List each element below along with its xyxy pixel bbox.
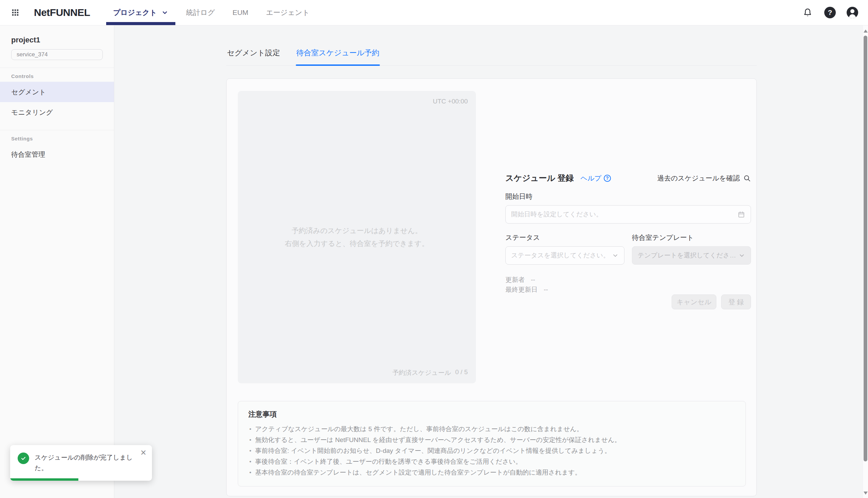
service-selector[interactable]: service_374 xyxy=(11,49,103,60)
sidebar-item-monitoring[interactable]: モニタリング xyxy=(0,102,114,122)
tab-label: セグメント設定 xyxy=(227,49,280,57)
help-button[interactable]: ? xyxy=(824,6,836,19)
bell-icon xyxy=(803,8,813,18)
submit-button[interactable]: 登 録 xyxy=(721,294,751,310)
sidebar-item-waiting-room-mgmt[interactable]: 待合室管理 xyxy=(0,144,114,165)
template-placeholder: テンプレートを選択してください。 xyxy=(638,251,738,260)
avatar-icon xyxy=(847,7,858,18)
note-item: 基本待合室の待合室テンプレートは、セグメント設定で適用した待合室テンプレートが自… xyxy=(248,467,735,478)
schedule-card: UTC +00:00 予約済みのスケジュールはありません。 右側を入力すると、待… xyxy=(226,78,757,496)
schedule-form: スケジュール 登録 ヘルプ ? 過去のスケジュールを確認 xyxy=(505,173,751,310)
calendar-icon[interactable] xyxy=(737,211,745,219)
sidebar-section-label: Settings xyxy=(0,130,114,144)
tab-waiting-room-schedule[interactable]: 待合室スケジュール予約 xyxy=(296,44,380,65)
help-icon: ? xyxy=(824,7,836,18)
note-item: 事前待合室: イベント開始前のお知らせ、D-day タイマー、関連商品のリンクな… xyxy=(248,445,735,456)
start-datetime-input[interactable]: 開始日時を設定してください。 xyxy=(505,205,751,224)
help-link[interactable]: ヘルプ ? xyxy=(580,174,610,183)
note-item: アクティブなスケジュールの最大数は 5 件です。ただし、事前待合室のスケジュール… xyxy=(248,424,735,435)
nav-item-stats-log[interactable]: 統計ログ xyxy=(177,0,224,25)
template-label: 待合室テンプレート xyxy=(632,233,751,242)
updated-at-value: -- xyxy=(544,285,548,294)
chevron-down-icon xyxy=(161,9,168,16)
chevron-down-icon xyxy=(612,252,619,259)
chevron-down-icon xyxy=(738,252,745,259)
schedule-list-panel: UTC +00:00 予約済みのスケジュールはありません。 右側を入力すると、待… xyxy=(238,91,476,383)
tab-label: 待合室スケジュール予約 xyxy=(297,49,380,57)
updated-by-label: 更新者 xyxy=(505,275,525,285)
notes-box: 注意事項 アクティブなスケジュールの最大数は 5 件です。ただし、事前待合室のス… xyxy=(238,401,746,486)
scrollbar-thumb[interactable] xyxy=(864,36,867,461)
nav-item-label: プロジェクト xyxy=(113,8,157,17)
help-question-icon: ? xyxy=(604,175,611,182)
sidebar-item-label: 待合室管理 xyxy=(11,150,45,159)
search-icon xyxy=(743,174,751,182)
sidebar-item-segment[interactable]: セグメント xyxy=(0,82,114,102)
sidebar-section-settings: Settings 待合室管理 xyxy=(0,130,114,165)
nav-item-label: 統計ログ xyxy=(186,8,215,17)
service-selector-value: service_374 xyxy=(17,51,48,58)
schedule-counter-value: 0 / 5 xyxy=(455,368,468,377)
empty-state-line2: 右側を入力すると、待合室を予約できます。 xyxy=(285,238,429,249)
sidebar-item-label: セグメント xyxy=(11,88,46,97)
sidebar-item-label: モニタリング xyxy=(11,108,53,117)
form-title: スケジュール 登録 xyxy=(505,173,574,183)
template-field: 待合室テンプレート テンプレートを選択してください。 xyxy=(632,233,751,265)
top-navigation-bar: NetFUNNEL プロジェクト 統計ログ EUM エージェント xyxy=(0,0,868,25)
toast-message: スケジュールの削除が完了しました。 xyxy=(35,452,134,473)
notification-bell-icon[interactable] xyxy=(802,6,814,19)
nav-item-label: エージェント xyxy=(266,8,310,17)
note-item: 無効化すると、ユーザーは NetFUNNEL を経由せず直接サーバーへアクセスす… xyxy=(248,435,735,445)
project-title: project1 xyxy=(11,36,103,44)
app-grid-icon[interactable] xyxy=(10,7,21,18)
netfunnel-app: NetFUNNEL プロジェクト 統計ログ EUM エージェント xyxy=(0,0,868,498)
notes-title: 注意事項 xyxy=(248,409,735,419)
nav-item-label: EUM xyxy=(232,9,248,17)
empty-state-line1: 予約済みのスケジュールはありません。 xyxy=(292,225,422,236)
updated-by-value: -- xyxy=(531,275,535,285)
note-item: 事後待合室：イベント終了後、ユーザーの行動を誘導できる事後待合室をご活用ください… xyxy=(248,456,735,467)
status-select[interactable]: ステータスを選択してください。 xyxy=(505,246,624,265)
success-check-icon xyxy=(18,453,29,464)
toast-notification: スケジュールの削除が完了しました。 ✕ xyxy=(10,445,152,481)
grid-icon xyxy=(11,8,20,17)
sidebar-section-label: Controls xyxy=(0,68,114,82)
start-datetime-label: 開始日時 xyxy=(505,192,751,201)
schedule-counter-label: 予約済スケジュール xyxy=(393,368,451,377)
past-schedules-link[interactable]: 過去のスケジュールを確認 xyxy=(657,174,751,183)
help-link-label: ヘルプ xyxy=(580,174,601,183)
sidebar: project1 service_374 Controls セグメント モニタリ… xyxy=(0,25,114,498)
start-datetime-placeholder: 開始日時を設定してください。 xyxy=(511,210,737,219)
tab-bar: セグメント設定 待合室スケジュール予約 xyxy=(226,44,757,66)
toast-close-icon[interactable]: ✕ xyxy=(141,449,146,457)
template-select[interactable]: テンプレートを選択してください。 xyxy=(632,246,751,265)
nav-item-agent[interactable]: エージェント xyxy=(257,0,318,25)
nav-item-project[interactable]: プロジェクト xyxy=(104,0,177,25)
account-button[interactable] xyxy=(846,6,858,19)
schedule-counter: 予約済スケジュール 0 / 5 xyxy=(393,368,468,377)
status-placeholder: ステータスを選択してください。 xyxy=(511,251,612,260)
status-field: ステータス ステータスを選択してください。 xyxy=(505,233,624,265)
past-schedules-label: 過去のスケジュールを確認 xyxy=(657,174,740,183)
toast-progress-bar xyxy=(10,478,78,481)
empty-state: 予約済みのスケジュールはありません。 右側を入力すると、待合室を予約できます。 xyxy=(238,225,476,249)
netfunnel-logo[interactable]: NetFUNNEL xyxy=(34,7,90,18)
tab-segment-settings[interactable]: セグメント設定 xyxy=(226,44,281,65)
status-label: ステータス xyxy=(505,233,624,242)
nav-item-eum[interactable]: EUM xyxy=(224,0,257,25)
vertical-scrollbar xyxy=(863,25,868,498)
sidebar-section-controls: Controls セグメント モニタリング xyxy=(0,67,114,122)
scroll-up-arrow[interactable] xyxy=(864,29,868,32)
primary-nav: プロジェクト 統計ログ EUM エージェント xyxy=(104,0,318,25)
timezone-label: UTC +00:00 xyxy=(433,98,468,105)
main-content: セグメント設定 待合室スケジュール予約 UTC +00:00 予約済みのスケジュ… xyxy=(114,25,863,498)
form-meta: 更新者 -- 最終更新日 -- xyxy=(505,275,751,294)
updated-at-label: 最終更新日 xyxy=(505,285,538,294)
notes-list: アクティブなスケジュールの最大数は 5 件です。ただし、事前待合室のスケジュール… xyxy=(248,424,735,478)
scroll-down-arrow[interactable] xyxy=(864,492,868,495)
cancel-button[interactable]: キャンセル xyxy=(672,294,716,310)
